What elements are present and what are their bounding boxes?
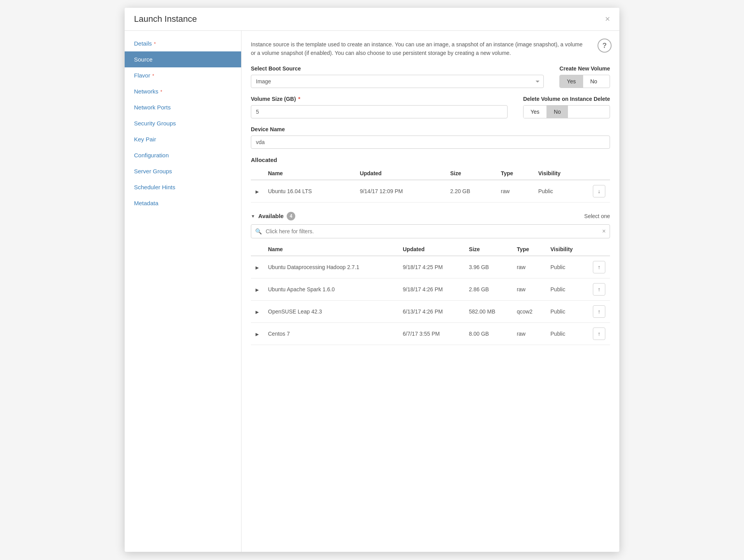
filter-clear-button[interactable]: ×	[598, 225, 610, 238]
close-button[interactable]: ×	[605, 15, 610, 23]
visibility-cell: Public	[546, 300, 588, 322]
type-cell: qcow2	[512, 300, 546, 322]
boot-source-select[interactable]: Image Snapshot Volume Volume Snapshot	[251, 75, 544, 88]
delete-volume-no[interactable]: No	[547, 106, 568, 118]
arrow-up-icon	[598, 308, 601, 315]
boot-source-label: Select Boot Source	[251, 65, 544, 72]
required-indicator: *	[153, 41, 156, 47]
arrow-up-icon	[598, 331, 601, 337]
volume-size-label: Volume Size (GB) *	[251, 96, 508, 102]
volume-size-row: Volume Size (GB) * Delete Volume on Inst…	[251, 96, 610, 118]
description-text: Instance source is the template used to …	[251, 40, 586, 58]
chevron-right-icon	[256, 188, 259, 194]
device-name-label: Device Name	[251, 126, 610, 132]
search-icon: 🔍	[251, 225, 266, 238]
sidebar-item-metadata[interactable]: Metadata	[125, 195, 241, 211]
size-cell: 2.86 GB	[464, 278, 512, 300]
create-volume-yes[interactable]: Yes	[560, 75, 583, 88]
visibility-cell: Public	[546, 278, 588, 300]
size-cell: 8.00 GB	[464, 322, 512, 345]
available-table: Name Updated Size Type Visibility Ubuntu…	[251, 243, 610, 345]
modal-body: Details *SourceFlavor *Networks *Network…	[125, 31, 619, 552]
select-one-hint: Select one	[584, 213, 610, 219]
updated-cell: 9/14/17 12:09 PM	[355, 180, 446, 203]
available-header: Available 4 Select one	[251, 212, 610, 220]
available-collapse-btn[interactable]	[251, 213, 255, 219]
move-up-button[interactable]	[593, 261, 605, 273]
filter-row: 🔍 ×	[251, 224, 610, 238]
updated-cell: 9/18/17 4:25 PM	[398, 256, 464, 278]
boot-source-group: Select Boot Source Image Snapshot Volume…	[251, 65, 544, 88]
type-cell: raw	[512, 278, 546, 300]
visibility-cell: Public	[546, 322, 588, 345]
col-action-alloc	[588, 167, 610, 180]
required-indicator: *	[159, 89, 162, 95]
filter-input[interactable]	[266, 225, 598, 238]
create-volume-label: Create New Volume	[559, 65, 610, 72]
sidebar-item-configuration[interactable]: Configuration	[125, 147, 241, 163]
move-up-button[interactable]	[593, 283, 605, 296]
col-visibility-avail: Visibility	[546, 243, 588, 256]
move-down-button[interactable]	[593, 185, 605, 197]
col-type-avail: Type	[512, 243, 546, 256]
available-table-header: Name Updated Size Type Visibility	[251, 243, 610, 256]
help-button[interactable]: ?	[598, 39, 612, 53]
row-expand-btn[interactable]	[256, 309, 259, 315]
allocated-table: Name Updated Size Type Visibility Ubuntu…	[251, 167, 610, 203]
col-size-alloc: Size	[446, 167, 496, 180]
volume-size-input[interactable]	[251, 105, 508, 118]
available-left: Available 4	[251, 212, 295, 220]
sidebar: Details *SourceFlavor *Networks *Network…	[125, 31, 242, 552]
create-volume-no[interactable]: No	[583, 75, 604, 88]
table-row: Ubuntu 16.04 LTS 9/14/17 12:09 PM 2.20 G…	[251, 180, 610, 203]
col-action-avail	[588, 243, 610, 256]
launch-instance-modal: Launch Instance × Details *SourceFlavor …	[125, 8, 619, 552]
updated-cell: 6/13/17 4:26 PM	[398, 300, 464, 322]
visibility-cell: Public	[546, 256, 588, 278]
allocated-section: Allocated Name Updated Size Type Visibil…	[251, 157, 610, 203]
allocated-table-header: Name Updated Size Type Visibility	[251, 167, 610, 180]
updated-cell: 6/7/17 3:55 PM	[398, 322, 464, 345]
sidebar-item-security-groups[interactable]: Security Groups	[125, 115, 241, 131]
available-count-badge: 4	[287, 212, 295, 220]
chevron-right-icon	[256, 287, 259, 292]
updated-cell: 9/18/17 4:26 PM	[398, 278, 464, 300]
boot-source-row: Select Boot Source Image Snapshot Volume…	[251, 65, 610, 88]
sidebar-item-scheduler-hints[interactable]: Scheduler Hints	[125, 179, 241, 195]
sidebar-item-networks[interactable]: Networks *	[125, 83, 241, 99]
device-name-group: Device Name	[251, 126, 610, 149]
action-cell	[588, 278, 610, 300]
sidebar-item-key-pair[interactable]: Key Pair	[125, 131, 241, 147]
delete-volume-yes[interactable]: Yes	[524, 106, 547, 118]
row-expand-btn[interactable]	[256, 331, 259, 337]
name-cell: Centos 7	[263, 322, 398, 345]
name-cell: Ubuntu Apache Spark 1.6.0	[263, 278, 398, 300]
row-expand-btn[interactable]	[256, 287, 259, 292]
move-up-button[interactable]	[593, 328, 605, 340]
available-section: Available 4 Select one 🔍 × Name	[251, 212, 610, 345]
type-cell: raw	[512, 322, 546, 345]
size-cell: 3.96 GB	[464, 256, 512, 278]
modal-title: Launch Instance	[134, 14, 197, 24]
expand-cell	[251, 256, 263, 278]
row-expand-btn[interactable]	[256, 188, 259, 194]
name-cell: Ubuntu Dataprocessing Hadoop 2.7.1	[263, 256, 398, 278]
chevron-right-icon	[256, 331, 259, 337]
available-label: Available	[258, 213, 284, 219]
row-expand-btn[interactable]	[256, 264, 259, 270]
sidebar-item-details[interactable]: Details *	[125, 35, 241, 51]
sidebar-item-source[interactable]: Source	[125, 51, 241, 67]
name-cell: Ubuntu 16.04 LTS	[263, 180, 355, 203]
modal-header: Launch Instance ×	[125, 8, 619, 31]
move-up-button[interactable]	[593, 305, 605, 318]
col-size-avail: Size	[464, 243, 512, 256]
sidebar-item-flavor[interactable]: Flavor *	[125, 67, 241, 83]
col-updated-alloc: Updated	[355, 167, 446, 180]
action-cell	[588, 180, 610, 203]
required-indicator: *	[151, 73, 154, 79]
device-name-input[interactable]	[251, 136, 610, 149]
sidebar-item-server-groups[interactable]: Server Groups	[125, 163, 241, 179]
type-cell: raw	[512, 256, 546, 278]
sidebar-item-network-ports[interactable]: Network Ports	[125, 99, 241, 115]
create-volume-toggle: Yes No	[559, 75, 610, 88]
